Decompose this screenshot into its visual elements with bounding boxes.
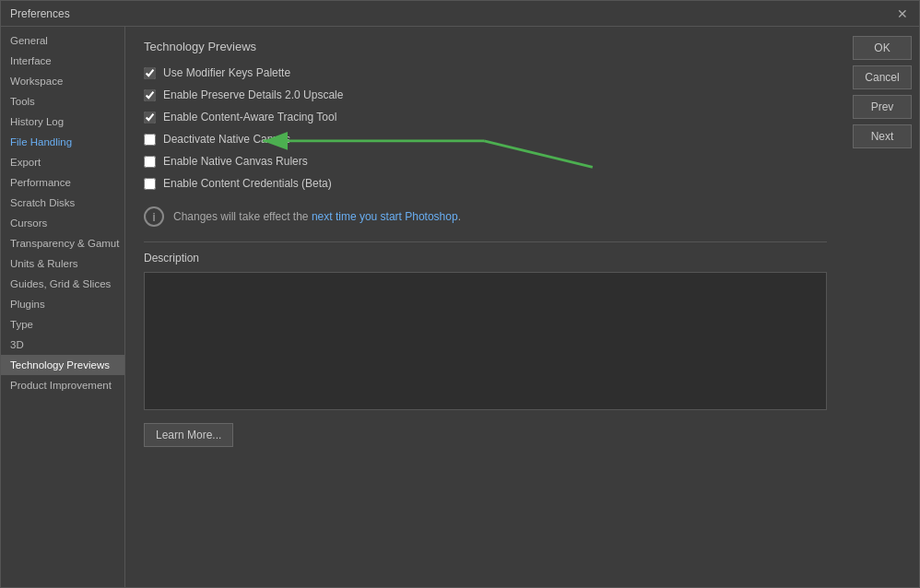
sidebar-item-tools[interactable]: Tools	[1, 91, 124, 112]
divider	[144, 241, 827, 242]
sidebar-item-cursors[interactable]: Cursors	[1, 213, 124, 233]
sidebar-item-3d[interactable]: 3D	[1, 335, 124, 355]
close-button[interactable]: ✕	[895, 6, 910, 21]
main-content: GeneralInterfaceWorkspaceToolsHistory Lo…	[1, 27, 919, 587]
info-text: Changes will take effect the next time y…	[173, 210, 461, 223]
sidebar-item-type[interactable]: Type	[1, 314, 124, 335]
checkbox-cb4[interactable]	[144, 134, 156, 146]
checkbox-row-cb6: Enable Content Credentials (Beta)	[144, 177, 827, 190]
checkbox-cb3[interactable]	[144, 112, 156, 123]
description-section: Description	[144, 252, 827, 410]
sidebar-item-units--rulers[interactable]: Units & Rulers	[1, 253, 124, 274]
checkbox-label-cb4[interactable]: Deactivate Native Canvas	[163, 133, 290, 146]
prev-button[interactable]: Prev	[853, 95, 912, 119]
description-title: Description	[144, 252, 827, 265]
checkbox-label-cb1[interactable]: Use Modifier Keys Palette	[163, 66, 290, 79]
checkbox-row-cb1: Use Modifier Keys Palette	[144, 66, 827, 79]
info-text-before: Changes will take effect the	[173, 210, 312, 223]
preferences-window: Preferences ✕ GeneralInterfaceWorkspaceT…	[0, 0, 920, 588]
info-text-highlight: next time you start Photoshop	[312, 210, 458, 223]
ok-button[interactable]: OK	[853, 36, 912, 60]
checkbox-row-cb5: Enable Native Canvas Rulers	[144, 155, 827, 168]
checkbox-label-cb6[interactable]: Enable Content Credentials (Beta)	[163, 177, 332, 190]
sidebar-item-general[interactable]: General	[1, 30, 124, 51]
sidebar-item-workspace[interactable]: Workspace	[1, 71, 124, 91]
checkbox-cb5[interactable]	[144, 156, 156, 168]
sidebar-item-guides-grid--slices[interactable]: Guides, Grid & Slices	[1, 274, 124, 294]
sidebar-item-interface[interactable]: Interface	[1, 51, 124, 71]
checkbox-row-cb3: Enable Content-Aware Tracing Tool	[144, 111, 827, 123]
window-title: Preferences	[10, 7, 70, 20]
sidebar-item-plugins[interactable]: Plugins	[1, 294, 124, 314]
checkbox-cb6[interactable]	[144, 178, 156, 190]
title-bar: Preferences ✕	[1, 1, 919, 27]
next-button[interactable]: Next	[853, 124, 912, 148]
sidebar-item-performance[interactable]: Performance	[1, 172, 124, 193]
description-box	[144, 272, 827, 410]
sidebar-item-transparency--gamut[interactable]: Transparency & Gamut	[1, 233, 124, 253]
checkbox-label-cb3[interactable]: Enable Content-Aware Tracing Tool	[163, 111, 336, 123]
content-wrapper: Technology Previews Use Modifier Keys Pa…	[125, 27, 845, 587]
checkboxes-container: Use Modifier Keys PaletteEnable Preserve…	[144, 66, 827, 190]
content-area: Technology Previews Use Modifier Keys Pa…	[125, 27, 845, 587]
section-title: Technology Previews	[144, 40, 827, 53]
sidebar-item-technology-previews[interactable]: Technology Previews	[1, 355, 124, 375]
checkbox-cb2[interactable]	[144, 89, 156, 101]
checkbox-row-cb4: Deactivate Native Canvas	[144, 133, 827, 146]
checkbox-label-cb5[interactable]: Enable Native Canvas Rulers	[163, 155, 308, 168]
sidebar-item-scratch-disks[interactable]: Scratch Disks	[1, 193, 124, 213]
learn-more-button[interactable]: Learn More...	[144, 423, 233, 447]
info-icon: i	[144, 206, 164, 227]
cancel-button[interactable]: Cancel	[853, 65, 912, 89]
checkbox-row-cb2: Enable Preserve Details 2.0 Upscale	[144, 88, 827, 101]
sidebar-item-file-handling[interactable]: File Handling	[1, 132, 124, 152]
sidebar-item-export[interactable]: Export	[1, 152, 124, 172]
checkbox-cb1[interactable]	[144, 67, 156, 79]
checkbox-label-cb2[interactable]: Enable Preserve Details 2.0 Upscale	[163, 88, 343, 101]
sidebar-item-product-improvement[interactable]: Product Improvement	[1, 375, 124, 395]
info-text-after: .	[458, 210, 461, 223]
sidebar-item-history-log[interactable]: History Log	[1, 112, 124, 132]
buttons-panel: OK Cancel Prev Next	[845, 27, 919, 587]
info-row: i Changes will take effect the next time…	[144, 201, 827, 232]
sidebar: GeneralInterfaceWorkspaceToolsHistory Lo…	[1, 27, 125, 587]
